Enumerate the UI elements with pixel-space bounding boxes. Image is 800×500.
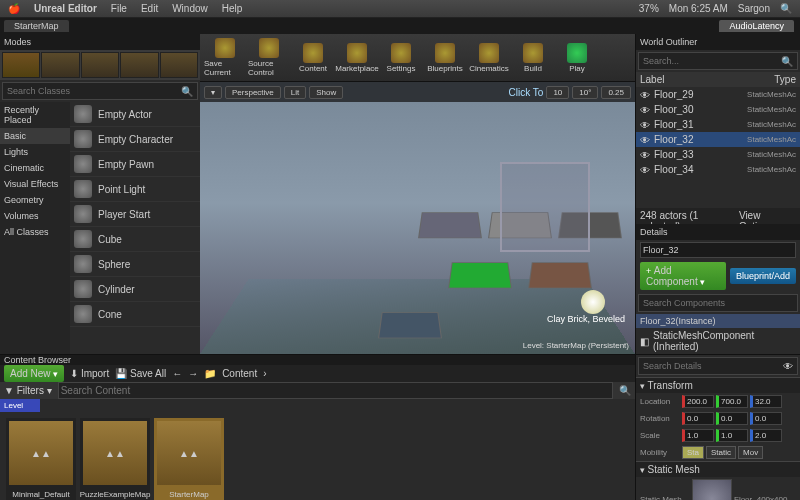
level-filter-tag[interactable]: Level <box>0 399 40 412</box>
cat-basic[interactable]: Basic <box>0 128 70 144</box>
lit-button[interactable]: Lit <box>284 86 306 99</box>
outliner-row[interactable]: 👁Floor_31StaticMeshAc <box>636 117 800 132</box>
components-search[interactable] <box>638 294 798 312</box>
save-button[interactable]: Save Current <box>204 36 246 80</box>
menu-window[interactable]: Window <box>172 3 208 14</box>
actor-item[interactable]: Cone <box>70 302 200 327</box>
actor-item[interactable]: Player Start <box>70 202 200 227</box>
vp-menu[interactable]: ▾ <box>204 86 222 99</box>
outliner-row-selected[interactable]: 👁Floor_32StaticMeshAc <box>636 132 800 147</box>
static-mesh-section[interactable]: ▾ Static Mesh <box>636 461 800 477</box>
view-options-button[interactable]: View Options <box>739 210 796 222</box>
side-tab[interactable]: AudioLatency <box>719 20 794 32</box>
search-icon[interactable]: 🔍 <box>780 3 792 14</box>
scale-snap[interactable]: 0.25 <box>601 86 631 99</box>
cat-cinematic[interactable]: Cinematic <box>0 160 70 176</box>
scale-y-input[interactable] <box>716 429 748 442</box>
classes-search[interactable]: 🔍 <box>2 82 198 100</box>
rot-z-input[interactable] <box>750 412 782 425</box>
actor-item[interactable]: Sphere <box>70 252 200 277</box>
cat-lights[interactable]: Lights <box>0 144 70 160</box>
add-new-button[interactable]: Add New ▾ <box>4 365 64 382</box>
breadcrumb[interactable]: Content <box>222 368 257 379</box>
viewport-canvas[interactable]: Clay Brick, Beveled Level: StarterMap (P… <box>200 102 635 354</box>
eye-icon[interactable]: 👁 <box>640 135 650 145</box>
geometry-mode-icon[interactable] <box>160 52 198 78</box>
rot-x-input[interactable] <box>682 412 714 425</box>
blueprints-button[interactable]: Blueprints <box>424 36 466 80</box>
asset-item[interactable]: ▲▲Minimal_Default <box>6 418 76 500</box>
scale-z-input[interactable] <box>750 429 782 442</box>
cat-geometry[interactable]: Geometry <box>0 192 70 208</box>
cat-vfx[interactable]: Visual Effects <box>0 176 70 192</box>
play-button[interactable]: Play <box>556 36 598 80</box>
component-inherited[interactable]: ◧StaticMeshComponent (Inherited) <box>636 328 800 354</box>
actor-item[interactable]: Cube <box>70 227 200 252</box>
outliner-row[interactable]: 👁Floor_33StaticMeshAc <box>636 147 800 162</box>
menu-file[interactable]: File <box>111 3 127 14</box>
scale-x-input[interactable] <box>682 429 714 442</box>
cat-volumes[interactable]: Volumes <box>0 208 70 224</box>
foliage-mode-icon[interactable] <box>120 52 158 78</box>
loc-z-input[interactable] <box>750 395 782 408</box>
show-button[interactable]: Show <box>309 86 343 99</box>
content-button[interactable]: Content <box>292 36 334 80</box>
asset-item-selected[interactable]: ▲▲StarterMap <box>154 418 224 500</box>
loc-y-input[interactable] <box>716 395 748 408</box>
source-control-button[interactable]: Source Control <box>248 36 290 80</box>
outliner-row[interactable]: 👁Floor_29StaticMeshAc <box>636 87 800 102</box>
save-all-button[interactable]: 💾 Save All <box>115 368 166 379</box>
actor-item[interactable]: Empty Actor <box>70 102 200 127</box>
classes-search-input[interactable] <box>7 86 181 96</box>
menu-edit[interactable]: Edit <box>141 3 158 14</box>
menu-help[interactable]: Help <box>222 3 243 14</box>
actor-name-input[interactable] <box>640 242 796 258</box>
outliner-search[interactable]: 🔍 <box>638 52 798 70</box>
loc-x-input[interactable] <box>682 395 714 408</box>
cinematics-button[interactable]: Cinematics <box>468 36 510 80</box>
details-search[interactable]: 👁 <box>638 357 798 375</box>
sun-icon[interactable] <box>581 290 605 314</box>
landscape-mode-icon[interactable] <box>81 52 119 78</box>
rot-y-input[interactable] <box>716 412 748 425</box>
blueprint-button[interactable]: Blueprint/Add <box>730 268 796 284</box>
actor-item[interactable]: Empty Pawn <box>70 152 200 177</box>
eye-icon[interactable]: 👁 <box>640 150 650 160</box>
settings-button[interactable]: Settings <box>380 36 422 80</box>
actor-item[interactable]: Empty Character <box>70 127 200 152</box>
marketplace-button[interactable]: Marketplace <box>336 36 378 80</box>
component-root[interactable]: Floor_32(Instance) <box>636 314 800 328</box>
eye-icon[interactable]: 👁 <box>640 105 650 115</box>
browser-search-input[interactable] <box>58 382 613 399</box>
outliner-row[interactable]: 👁Floor_30StaticMeshAc <box>636 102 800 117</box>
clock: Mon 6:25 AM <box>669 3 728 14</box>
cat-all[interactable]: All Classes <box>0 224 70 240</box>
build-button[interactable]: Build <box>512 36 554 80</box>
back-button[interactable]: ← <box>172 368 182 379</box>
eye-icon[interactable]: 👁 <box>783 361 793 372</box>
actor-item[interactable]: Point Light <box>70 177 200 202</box>
mobility-static[interactable]: Sta <box>682 446 704 459</box>
paint-mode-icon[interactable] <box>41 52 79 78</box>
add-component-button[interactable]: + Add Component ▾ <box>640 262 726 290</box>
apple-icon[interactable]: 🍎 <box>8 3 20 14</box>
transform-section[interactable]: ▾ Transform <box>636 377 800 393</box>
import-button[interactable]: ⬇ Import <box>70 368 109 379</box>
mesh-thumb[interactable] <box>692 479 732 500</box>
place-mode-icon[interactable] <box>2 52 40 78</box>
eye-icon[interactable]: 👁 <box>640 165 650 175</box>
asset-item[interactable]: ▲▲PuzzleExampleMap <box>80 418 150 500</box>
eye-icon[interactable]: 👁 <box>640 90 650 100</box>
angle-snap[interactable]: 10° <box>572 86 598 99</box>
outliner-row[interactable]: 👁Floor_34StaticMeshAc <box>636 162 800 177</box>
actor-item[interactable]: Cylinder <box>70 277 200 302</box>
mobility-movable[interactable]: Mov <box>738 446 763 459</box>
main-tab[interactable]: StarterMap <box>4 20 69 32</box>
filters-button[interactable]: ▼ Filters ▾ <box>4 385 52 396</box>
forward-button[interactable]: → <box>188 368 198 379</box>
mobility-stationary[interactable]: Static <box>706 446 736 459</box>
cat-recent[interactable]: Recently Placed <box>0 102 70 128</box>
grid-snap[interactable]: 10 <box>546 86 569 99</box>
eye-icon[interactable]: 👁 <box>640 120 650 130</box>
perspective-button[interactable]: Perspective <box>225 86 281 99</box>
